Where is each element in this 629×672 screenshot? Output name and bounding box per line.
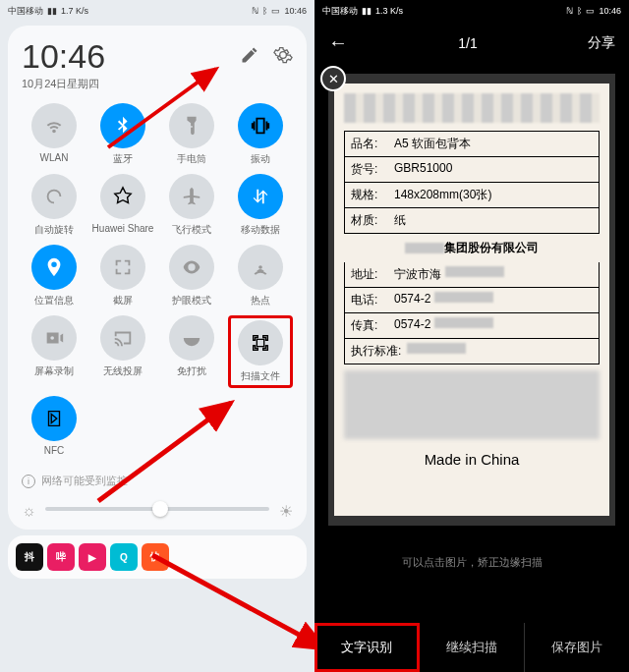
- tile-eyecare: 护眼模式: [159, 245, 224, 308]
- tile-screenrec: 屏幕录制: [22, 315, 86, 388]
- bluetooth-icon: ᛒ: [577, 6, 582, 16]
- mobiledata-icon[interactable]: [238, 174, 283, 219]
- bluetooth-icon: ᛒ: [262, 6, 267, 16]
- tile-label: NFC: [44, 445, 65, 456]
- info-icon: i: [22, 475, 35, 488]
- tile-cast: 无线投屏: [90, 315, 155, 388]
- tile-bluetooth: 蓝牙: [90, 103, 155, 166]
- status-time: 10:46: [599, 6, 621, 16]
- tile-label: 飞行模式: [172, 223, 211, 237]
- tile-label: 截屏: [113, 294, 133, 308]
- back-button[interactable]: ←: [328, 31, 348, 54]
- scan-hint: 可以点击图片，矫正边缘扫描: [314, 555, 629, 570]
- dock: 抖哔▶Q快: [8, 535, 307, 579]
- tile-label: 蓝牙: [113, 152, 133, 166]
- bottom-btn-0[interactable]: 文字识别: [314, 623, 420, 672]
- vibrate-icon[interactable]: [238, 103, 283, 148]
- left-phone-notification-panel: 中国移动 ▮▮ 1.7 K/s ℕ ᛒ ▭ 10:46 10:46 10月24日…: [0, 0, 314, 672]
- huaweishare-icon[interactable]: [100, 174, 145, 219]
- tile-mobiledata: 移动数据: [228, 174, 293, 237]
- tile-label: 屏幕录制: [34, 364, 74, 378]
- tile-label: 振动: [251, 152, 270, 166]
- close-icon[interactable]: ✕: [320, 66, 346, 91]
- tile-screenshot: 截屏: [90, 245, 155, 308]
- carrier-label: 中国移动: [8, 5, 43, 18]
- made-in-label: Made in China: [344, 445, 600, 474]
- tile-hotspot: 热点: [228, 245, 293, 308]
- bluetooth-icon[interactable]: [100, 103, 145, 148]
- tile-label: Huawei Share: [92, 223, 154, 234]
- doc-row: 规格:148x208mm(30张): [345, 183, 599, 208]
- doc-header-blur: [344, 93, 600, 123]
- tile-wlan: WLAN: [22, 103, 86, 166]
- status-time: 10:46: [284, 6, 307, 16]
- tile-label: 移动数据: [241, 223, 280, 237]
- quick-settings-panel: 10:46 10月24日星期四 WLAN蓝牙手电筒振动自动旋转Huawei Sh…: [8, 26, 307, 530]
- tile-label: 扫描文件: [241, 369, 280, 383]
- edit-icon[interactable]: [240, 45, 259, 65]
- dock-app-0[interactable]: 抖: [16, 543, 43, 571]
- screenshot-icon[interactable]: [100, 245, 145, 290]
- panel-time: 10:46: [22, 39, 105, 73]
- screenrec-icon[interactable]: [31, 315, 77, 361]
- dock-app-1[interactable]: 哔: [47, 543, 75, 571]
- speed-label: 1.3 K/s: [375, 6, 403, 16]
- location-icon[interactable]: [31, 245, 77, 290]
- eyecare-icon[interactable]: [169, 245, 214, 290]
- autorotate-icon[interactable]: [31, 174, 77, 219]
- page-counter: 1/1: [458, 35, 477, 51]
- tile-label: WLAN: [40, 152, 69, 163]
- tile-nfc: NFC: [22, 396, 86, 456]
- nfc-icon[interactable]: [31, 396, 77, 441]
- speed-label: 1.7 K/s: [61, 6, 88, 16]
- doc-row: 品名:A5 软面包背本: [345, 132, 599, 157]
- tile-label: 热点: [251, 294, 270, 308]
- battery-icon: ▭: [271, 6, 280, 16]
- qr-blur: [344, 370, 600, 439]
- bottom-btn-2[interactable]: 保存图片: [525, 623, 629, 672]
- tile-autorotate: 自动旋转: [22, 174, 86, 237]
- dock-app-3[interactable]: Q: [110, 543, 138, 571]
- tile-vibrate: 振动: [228, 103, 293, 166]
- doc-contact-row: 地址:宁波市海: [345, 262, 599, 288]
- tile-label: 位置信息: [34, 294, 74, 308]
- tile-scandoc: 扫描文件: [228, 315, 293, 388]
- dock-app-2[interactable]: ▶: [79, 543, 106, 571]
- tile-label: 免打扰: [177, 364, 206, 378]
- doc-row: 材质:纸: [345, 208, 599, 233]
- tile-dnd: 免打扰: [159, 315, 224, 388]
- sun-low-icon: ☼: [22, 502, 35, 516]
- signal-icon: ▮▮: [362, 6, 372, 16]
- nfc-icon: ℕ: [566, 6, 573, 16]
- network-monitor-notice[interactable]: i 网络可能受到监控: [22, 474, 293, 488]
- panel-date: 10月24日星期四: [22, 77, 105, 91]
- brightness-slider[interactable]: ☼ ☀: [22, 502, 293, 516]
- tile-label: 手电筒: [177, 152, 206, 166]
- scanned-document-area[interactable]: ✕ 品名:A5 软面包背本货号:GBR51000规格:148x208mm(30张…: [328, 74, 615, 526]
- hotspot-icon[interactable]: [238, 245, 283, 290]
- sun-high-icon: ☀: [279, 502, 293, 516]
- tile-location: 位置信息: [22, 245, 86, 308]
- scanned-document: 品名:A5 软面包背本货号:GBR51000规格:148x208mm(30张)材…: [334, 84, 609, 516]
- scandoc-icon[interactable]: [238, 320, 283, 365]
- share-button[interactable]: 分享: [588, 34, 615, 52]
- right-phone-scanner: 中国移动 ▮▮ 1.3 K/s ℕ ᛒ ▭ 10:46 ← 1/1 分享 ✕ 品…: [314, 0, 629, 672]
- tile-airplane: 飞行模式: [159, 174, 224, 237]
- scan-header: ← 1/1 分享: [314, 22, 629, 64]
- tile-label: 无线投屏: [103, 364, 143, 378]
- quick-settings-grid: WLAN蓝牙手电筒振动自动旋转Huawei Share飞行模式移动数据位置信息截…: [22, 103, 293, 456]
- signal-icon: ▮▮: [47, 6, 57, 16]
- dock-app-4[interactable]: 快: [142, 543, 169, 571]
- airplane-icon[interactable]: [169, 174, 214, 219]
- doc-row: 货号:GBR51000: [345, 157, 599, 183]
- tile-label: 护眼模式: [172, 294, 211, 308]
- tile-label: 自动旋转: [34, 223, 74, 237]
- doc-company: 集团股份有限公司: [344, 234, 600, 262]
- bottom-btn-1[interactable]: 继续扫描: [420, 623, 525, 672]
- doc-contact-row: 传真:0574-2: [345, 313, 599, 338]
- settings-icon[interactable]: [273, 45, 293, 65]
- dnd-icon[interactable]: [169, 315, 214, 361]
- wlan-icon[interactable]: [31, 103, 77, 148]
- cast-icon[interactable]: [100, 315, 145, 361]
- flashlight-icon[interactable]: [169, 103, 214, 148]
